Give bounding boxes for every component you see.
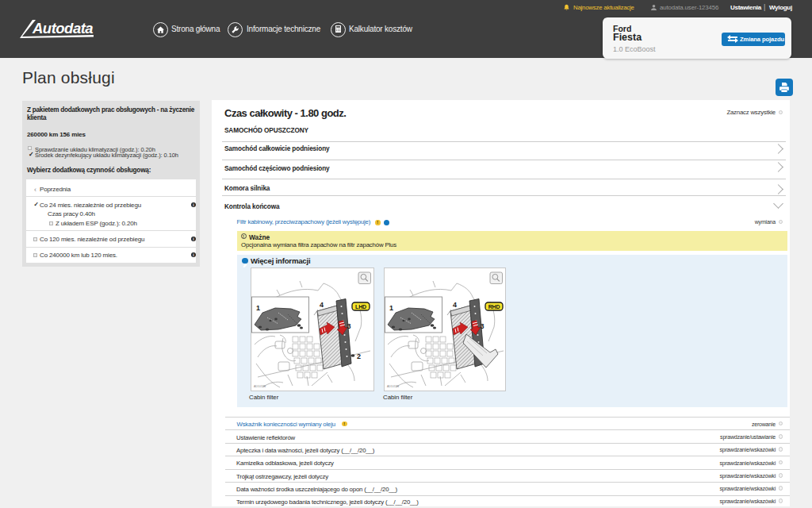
svg-text:AD1019B: AD1019B <box>254 385 266 388</box>
svg-text:2: 2 <box>357 352 361 360</box>
svg-text:RHD: RHD <box>488 304 500 310</box>
svg-text:LHD: LHD <box>355 304 366 310</box>
svg-text:Autodata: Autodata <box>32 20 93 37</box>
svg-text:3: 3 <box>481 322 485 330</box>
svg-text:3: 3 <box>347 322 351 330</box>
svg-text:4: 4 <box>320 301 324 309</box>
svg-text:1: 1 <box>256 304 260 312</box>
svg-text:1: 1 <box>389 304 393 312</box>
svg-text:4: 4 <box>453 301 457 309</box>
svg-text:AD1019B: AD1019B <box>387 385 400 388</box>
